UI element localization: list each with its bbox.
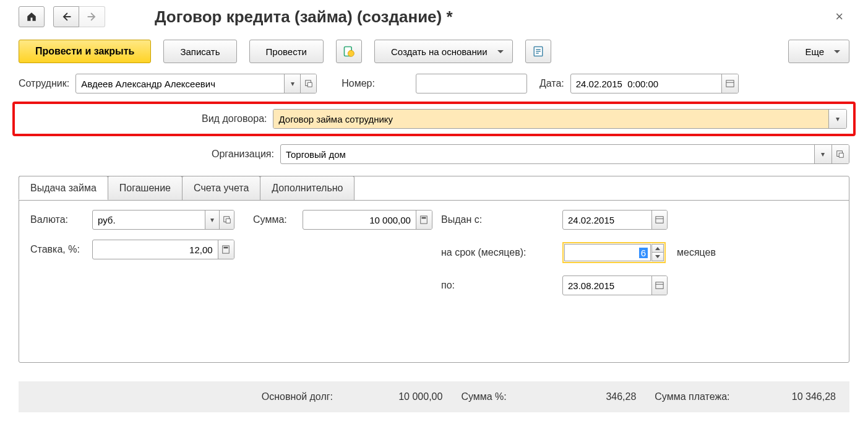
dropdown-icon[interactable]: ▾: [205, 210, 220, 229]
spinner-up-icon[interactable]: [652, 245, 663, 253]
date-input[interactable]: [571, 74, 721, 93]
interest-value: 346,28: [606, 391, 636, 402]
close-icon[interactable]: ×: [829, 9, 849, 25]
sum-label: Сумма:: [253, 214, 303, 225]
org-input[interactable]: [281, 145, 814, 163]
contract-type-label: Вид договора:: [202, 113, 267, 124]
employee-input[interactable]: [76, 74, 284, 93]
payment-label: Сумма платежа:: [655, 391, 729, 402]
issued-from-field[interactable]: [562, 210, 668, 230]
tab-accounts[interactable]: Счета учета: [182, 176, 260, 200]
number-field[interactable]: [416, 74, 527, 93]
contract-type-input[interactable]: [273, 110, 828, 128]
svg-rect-17: [656, 282, 663, 289]
payment-value: 10 346,28: [792, 391, 836, 402]
home-button[interactable]: [19, 6, 45, 27]
create-based-on-button[interactable]: Создать на основании: [374, 40, 513, 63]
svg-rect-12: [422, 217, 426, 219]
principal-value: 10 000,00: [398, 391, 442, 402]
date-field[interactable]: [570, 74, 739, 93]
currency-field[interactable]: ▾: [92, 210, 234, 230]
spinner-down-icon[interactable]: [652, 253, 663, 261]
open-icon[interactable]: [831, 145, 849, 163]
term-field[interactable]: 6: [562, 242, 666, 263]
rate-label: Ставка, %:: [30, 244, 92, 255]
dropdown-icon[interactable]: ▾: [814, 145, 831, 163]
until-label: по:: [441, 280, 562, 291]
svg-rect-15: [656, 217, 663, 224]
date-label: Дата:: [539, 78, 564, 89]
number-input[interactable]: [416, 74, 526, 93]
sum-field[interactable]: [303, 210, 432, 230]
tab-repayment[interactable]: Погашение: [108, 176, 183, 200]
employee-field[interactable]: ▾: [75, 74, 317, 93]
issued-from-label: Выдан с:: [441, 214, 562, 225]
term-unit: месяцев: [677, 247, 716, 258]
calendar-icon[interactable]: [651, 276, 667, 295]
contract-type-highlight: Вид договора: ▾: [12, 102, 856, 136]
currency-label: Валюта:: [30, 214, 92, 225]
until-input[interactable]: [563, 276, 651, 295]
dropdown-icon[interactable]: ▾: [828, 110, 846, 128]
tabs: Выдача займа Погашение Счета учета Допол…: [19, 176, 849, 201]
org-field[interactable]: ▾: [280, 144, 849, 164]
employee-label: Сотрудник:: [19, 78, 69, 89]
forward-button[interactable]: [79, 6, 105, 27]
currency-input[interactable]: [93, 210, 205, 229]
sum-input[interactable]: [303, 210, 416, 229]
open-icon[interactable]: [219, 210, 234, 229]
interest-label: Сумма %:: [461, 391, 506, 402]
term-label: на срок (месяцев):: [441, 247, 562, 258]
svg-point-1: [348, 50, 354, 56]
principal-label: Основной долг:: [262, 391, 333, 402]
calendar-icon[interactable]: [721, 74, 738, 93]
contract-type-field[interactable]: ▾: [273, 109, 847, 129]
svg-rect-7: [726, 80, 734, 87]
open-icon[interactable]: [300, 74, 316, 93]
post-button[interactable]: Провести: [249, 40, 324, 63]
tab-loan-issue[interactable]: Выдача займа: [19, 176, 108, 200]
dropdown-icon[interactable]: ▾: [284, 74, 300, 93]
calendar-icon[interactable]: [651, 210, 667, 229]
rate-input[interactable]: [93, 240, 218, 259]
rate-field[interactable]: [92, 240, 234, 259]
save-button[interactable]: Записать: [163, 40, 236, 63]
number-label: Номер:: [342, 78, 375, 89]
report-button[interactable]: [525, 40, 551, 63]
issued-from-input[interactable]: [563, 210, 651, 229]
page-title: Договор кредита (займа) (создание) *: [155, 7, 453, 27]
back-button[interactable]: [53, 6, 79, 27]
more-button[interactable]: Еще: [788, 40, 849, 63]
tab-additional[interactable]: Дополнительно: [260, 176, 355, 200]
attach-button[interactable]: [336, 40, 362, 63]
calculator-icon[interactable]: [416, 210, 432, 229]
post-and-close-button[interactable]: Провести и закрыть: [19, 40, 151, 63]
until-field[interactable]: [562, 276, 668, 295]
calculator-icon[interactable]: [218, 240, 234, 259]
svg-rect-14: [224, 247, 228, 249]
term-value[interactable]: 6: [639, 248, 648, 258]
summary-footer: Основной долг:10 000,00 Сумма %:346,28 С…: [19, 381, 849, 412]
org-label: Организация:: [212, 149, 274, 160]
